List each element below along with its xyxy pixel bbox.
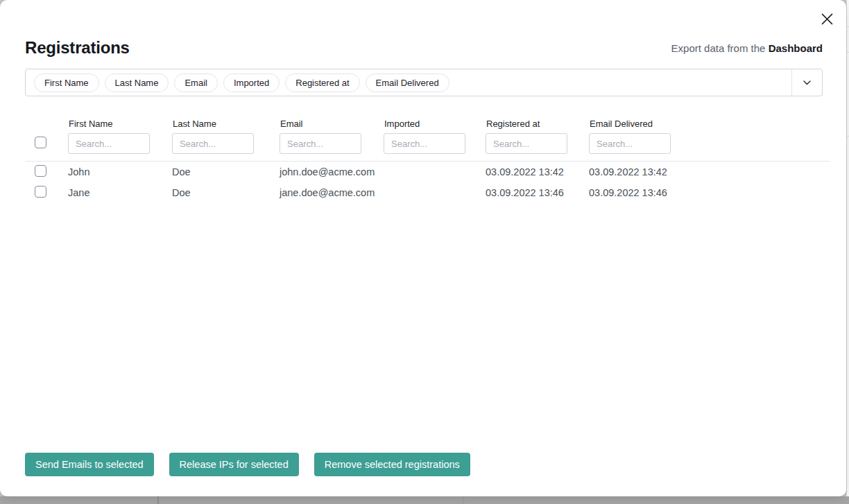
column-header-last-name: Last Name: [172, 119, 280, 129]
filter-chip-registered-at[interactable]: Registered at: [285, 73, 359, 92]
filter-chip-email[interactable]: Email: [174, 73, 218, 92]
cell-last-name: Doe: [172, 187, 280, 198]
column-header-registered-at: Registered at: [486, 119, 589, 129]
export-hint: Export data from the Dashboard: [671, 42, 823, 54]
search-input-first-name[interactable]: [68, 133, 150, 154]
search-input-last-name[interactable]: [172, 133, 254, 154]
background-divider: [157, 496, 159, 504]
column-filter-bar[interactable]: First Name Last Name Email Imported Regi…: [25, 69, 823, 96]
background-page-strip: [0, 496, 849, 504]
search-input-email[interactable]: [280, 133, 361, 154]
filter-chip-first-name[interactable]: First Name: [34, 73, 99, 92]
close-icon: [821, 13, 833, 25]
cell-first-name: John: [68, 166, 172, 177]
cell-email-delivered: 03.09.2022 13:42: [589, 166, 694, 177]
column-header-imported: Imported: [384, 119, 486, 129]
cell-registered-at: 03.09.2022 13:42: [486, 166, 589, 177]
cell-email: jane.doe@acme.com: [280, 187, 384, 198]
registrations-modal: Registrations Export data from the Dashb…: [0, 0, 846, 496]
bulk-actions: Send Emails to selected Release IPs for …: [25, 453, 470, 476]
cell-first-name: Jane: [68, 187, 172, 198]
search-input-email-delivered[interactable]: [589, 133, 671, 154]
background-divider: [463, 496, 463, 504]
column-header-email: Email: [280, 119, 384, 129]
chevron-down-icon: [803, 80, 811, 85]
filter-chip-email-delivered[interactable]: Email Delivered: [366, 73, 449, 92]
filter-chip-last-name[interactable]: Last Name: [105, 73, 169, 92]
table-row: John Doe john.doe@acme.com 03.09.2022 13…: [25, 162, 830, 182]
export-hint-text: Export data from the: [671, 42, 766, 54]
cell-last-name: Doe: [172, 166, 280, 177]
cell-registered-at: 03.09.2022 13:46: [486, 187, 589, 198]
search-input-registered-at[interactable]: [486, 133, 567, 154]
page-title: Registrations: [25, 37, 130, 58]
table-search-row: [25, 133, 830, 154]
cell-email: john.doe@acme.com: [280, 166, 384, 177]
table-row: Jane Doe jane.doe@acme.com 03.09.2022 13…: [25, 182, 830, 203]
filter-dropdown-toggle[interactable]: [792, 69, 822, 96]
cell-email-delivered: 03.09.2022 13:46: [589, 187, 694, 198]
remove-registrations-button[interactable]: Remove selected registrations: [314, 453, 470, 476]
column-header-first-name: First Name: [68, 119, 172, 129]
background-page-strip-right: [846, 0, 849, 496]
dashboard-link[interactable]: Dashboard: [769, 42, 823, 54]
search-input-imported[interactable]: [384, 133, 465, 154]
modal-header: Registrations Export data from the Dashb…: [25, 37, 823, 58]
close-button[interactable]: [820, 12, 834, 26]
release-ips-button[interactable]: Release IPs for selected: [169, 453, 299, 476]
select-all-checkbox[interactable]: [35, 137, 46, 148]
send-emails-button[interactable]: Send Emails to selected: [25, 453, 154, 476]
column-header-email-delivered: Email Delivered: [589, 119, 694, 129]
select-row-checkbox[interactable]: [35, 186, 46, 198]
select-row-checkbox[interactable]: [35, 165, 46, 177]
filter-chip-imported[interactable]: Imported: [223, 73, 280, 92]
table-header-row: First Name Last Name Email Imported Regi…: [25, 119, 830, 129]
